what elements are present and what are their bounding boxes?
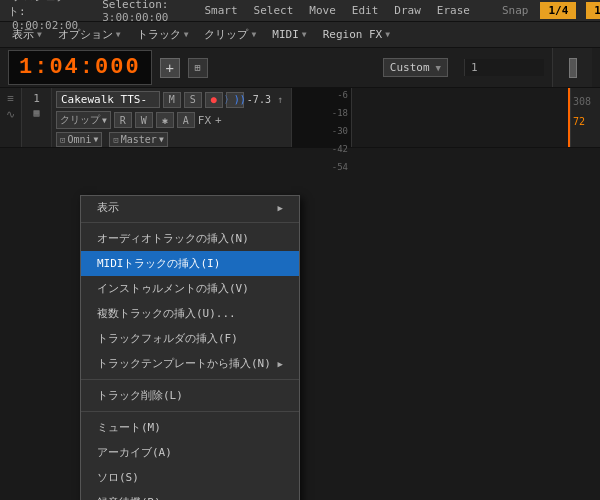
ctx-item-7[interactable]: トラックテンプレートから挿入(N)▶ xyxy=(81,351,299,376)
add-time-button[interactable]: + xyxy=(160,58,180,78)
options-arrow: ▼ xyxy=(116,30,121,39)
fx-label: FX xyxy=(198,114,211,127)
ctx-item-9[interactable]: トラック削除(L) xyxy=(81,383,299,408)
midi-arrow: ▼ xyxy=(302,30,307,39)
vu-meter: -6 -18 -30 -42 -54 xyxy=(292,88,352,147)
menu-select[interactable]: Select xyxy=(250,2,298,19)
ctx-item-6[interactable]: トラックフォルダの挿入(F) xyxy=(81,326,299,351)
track-number: 1 xyxy=(33,92,40,105)
snap-value1[interactable]: 1/4 xyxy=(540,2,576,19)
track-icon: ▦ xyxy=(33,107,39,118)
menu-track[interactable]: トラック ▼ xyxy=(131,25,195,44)
menu-clip[interactable]: クリップ ▼ xyxy=(198,25,262,44)
vu-scale-4: -42 xyxy=(332,144,348,154)
clip-dropdown[interactable]: クリップ ▼ xyxy=(56,111,111,129)
automation-button[interactable]: A xyxy=(177,112,195,128)
clip-arrow: ▼ xyxy=(251,30,256,39)
write-button[interactable]: W xyxy=(135,112,153,128)
master-dropdown[interactable]: ⊡ Master ▼ xyxy=(109,132,167,147)
ctx-item-13[interactable]: ソロ(S) xyxy=(81,465,299,490)
ctx-item-3[interactable]: MIDIトラックの挿入(I) xyxy=(81,251,299,276)
ctx-item-11[interactable]: ミュート(M) xyxy=(81,415,299,440)
vu-scale-2: -18 xyxy=(332,108,348,118)
omni-dropdown[interactable]: ⊡ Omni ▼ xyxy=(56,132,102,147)
record-button[interactable]: ● xyxy=(205,92,223,108)
view-arrow: ▼ xyxy=(37,30,42,39)
region-fx-arrow: ▼ xyxy=(385,30,390,39)
ctx-section-arrow-0: ▶ xyxy=(278,203,283,213)
ctx-arrow-7: ▶ xyxy=(278,359,283,369)
edge-btn-1[interactable]: ≡ xyxy=(7,92,14,105)
solo-button[interactable]: S xyxy=(184,92,202,108)
fx-plus[interactable]: + xyxy=(215,114,222,127)
vu-val-2: 72 xyxy=(573,116,585,127)
track-area: ≡ ∿ 1 ▦ Cakewalk TTS- M S ● 〉)) -7.3 ↑ ク… xyxy=(0,88,600,148)
track-number-col: 1 ▦ xyxy=(22,88,52,147)
time-icon-button[interactable]: ⊞ xyxy=(188,58,208,78)
left-edge: ≡ ∿ xyxy=(0,88,22,147)
read-button[interactable]: R xyxy=(114,112,132,128)
snap-value2[interactable]: 1/16 xyxy=(586,2,600,19)
track-timeline: 308 72 xyxy=(352,88,600,147)
menu-midi[interactable]: MIDI ▼ xyxy=(266,26,312,43)
monitor-button[interactable]: 〉)) xyxy=(226,92,244,108)
secondary-toolbar: 表示 ▼ オプション ▼ トラック ▼ クリップ ▼ MIDI ▼ Region… xyxy=(0,22,600,48)
star-button[interactable]: ✱ xyxy=(156,112,174,128)
top-menubar: プロジェクト: 0:00:02:00 Selection: 3:00:00:00… xyxy=(0,0,600,22)
menu-view[interactable]: 表示 ▼ xyxy=(6,25,48,44)
snap-label: Snap xyxy=(498,2,533,19)
ctx-section-0[interactable]: 表示▶ xyxy=(81,196,299,219)
menu-erase[interactable]: Erase xyxy=(433,2,474,19)
selection-label: Selection: 3:00:00:00 xyxy=(94,0,176,26)
custom-label: Custom xyxy=(390,61,430,74)
menu-region-fx[interactable]: Region FX ▼ xyxy=(317,26,396,43)
menu-draw[interactable]: Draw xyxy=(390,2,425,19)
vu-scale-3: -30 xyxy=(332,126,348,136)
ctx-separator-10 xyxy=(81,411,299,412)
vu-scale-5: -54 xyxy=(332,162,348,172)
vu-scale-1: -6 xyxy=(337,90,348,100)
time-bar: 1:04:000 + ⊞ Custom ▼ 1 xyxy=(0,48,600,88)
custom-dropdown-arrow: ▼ xyxy=(436,63,441,73)
menu-move[interactable]: Move xyxy=(305,2,340,19)
time-display[interactable]: 1:04:000 xyxy=(8,50,152,85)
mute-button[interactable]: M xyxy=(163,92,181,108)
ctx-item-4[interactable]: インストゥルメントの挿入(V) xyxy=(81,276,299,301)
volume-display: -7.3 ↑ xyxy=(247,94,287,105)
ctx-item-2[interactable]: オーディオトラックの挿入(N) xyxy=(81,226,299,251)
menu-options[interactable]: オプション ▼ xyxy=(52,25,127,44)
track-arrow: ▼ xyxy=(184,30,189,39)
menu-edit[interactable]: Edit xyxy=(348,2,383,19)
ctx-item-5[interactable]: 複数トラックの挿入(U)... xyxy=(81,301,299,326)
track-name[interactable]: Cakewalk TTS- xyxy=(56,91,160,108)
ctx-item-12[interactable]: アーカイブ(A) xyxy=(81,440,299,465)
scroll-handle[interactable] xyxy=(569,58,577,78)
right-scrollbar: 308 72 xyxy=(570,88,600,147)
ctx-separator-8 xyxy=(81,379,299,380)
custom-dropdown[interactable]: Custom ▼ xyxy=(383,58,448,77)
context-menu: 表示▶オーディオトラックの挿入(N)MIDIトラックの挿入(I)インストゥルメン… xyxy=(80,195,300,500)
ctx-separator-1 xyxy=(81,222,299,223)
menu-smart[interactable]: Smart xyxy=(200,2,241,19)
edge-btn-2[interactable]: ∿ xyxy=(6,108,15,121)
ruler-number: 1 xyxy=(471,61,478,74)
fx-area: FX + xyxy=(198,114,287,127)
track-header: Cakewalk TTS- M S ● 〉)) -7.3 ↑ クリップ ▼ R … xyxy=(52,88,292,147)
ctx-item-14[interactable]: 録音待機(R) xyxy=(81,490,299,500)
vu-val-1: 308 xyxy=(573,96,591,107)
